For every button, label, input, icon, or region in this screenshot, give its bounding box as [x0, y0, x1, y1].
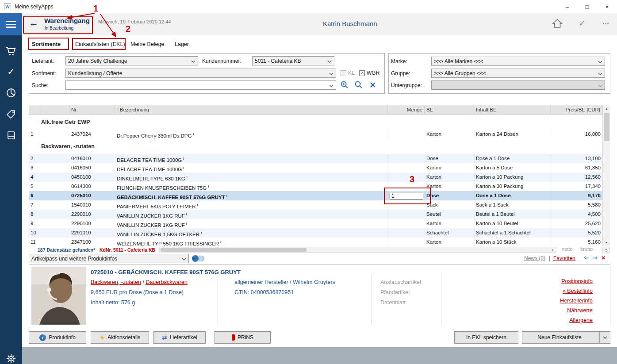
header-inhalt[interactable]: Inhalt BE: [474, 105, 551, 114]
cell-preis: 5,580: [551, 200, 602, 210]
scroll-right-arrow[interactable]: ►: [550, 247, 556, 252]
naehrwerte-link[interactable]: Nährwerte: [567, 307, 593, 314]
flag-datenblatt: Datenblatt: [380, 299, 406, 306]
header: [22, 13, 617, 35]
scroll-up-arrow[interactable]: ▲: [603, 105, 610, 112]
row-spacer: [41, 191, 69, 200]
approve-button[interactable]: ✓: [576, 18, 588, 29]
prins-button[interactable]: PRiNS: [215, 331, 271, 344]
detail-view-select[interactable]: Artikelpass und weitere Produktinfos: [29, 254, 189, 263]
search-button[interactable]: [354, 80, 364, 90]
lieferartikel-button[interactable]: ⇄ Lieferartikel: [153, 331, 206, 344]
sortiment-select[interactable]: Kundenlistung / Offerte: [65, 69, 336, 78]
produktinfo-label: Produktinfo: [49, 334, 76, 341]
more-button[interactable]: ...: [599, 16, 613, 27]
sidebar-item-offers[interactable]: [0, 106, 22, 122]
suche-input[interactable]: [65, 80, 336, 90]
table-row[interactable]: 82290010VANILLIN ZUCKER 1KG RUFiBeutelBe…: [29, 210, 602, 219]
menge-input[interactable]: [390, 192, 423, 199]
kundennummer-select[interactable]: 5011 - Cafeteria KB: [252, 56, 334, 65]
search-plus-button[interactable]: [340, 80, 349, 90]
panel-next-button[interactable]: ⇒: [592, 254, 598, 261]
produktinfo-button[interactable]: i Produktinfo: [29, 331, 86, 344]
table-row[interactable]: 112347100WEIZENMEHL TYP 550 1KG FRIESSIN…: [29, 238, 602, 246]
panel-prev-button[interactable]: ⇐: [584, 254, 589, 261]
neue-einkaufsliste-button[interactable]: Neue Einkaufsliste: [522, 331, 610, 344]
header-preis[interactable]: Preis/BE [EUR]: [551, 105, 602, 114]
bestellinfo-link[interactable]: » Bestellinfo: [563, 288, 593, 294]
marke-select[interactable]: >>> Alle Marken <<<: [431, 57, 605, 66]
back-arrow-icon: ←: [29, 17, 38, 29]
group-header-row: Backwaren, -zutaten: [29, 139, 602, 154]
positionsinfo-link[interactable]: Positionsinfo: [561, 278, 593, 284]
cart-icon: [6, 46, 16, 56]
sidebar-item-cart[interactable]: [0, 43, 22, 59]
scroll-jump-button[interactable]: ▲ ▼: [602, 247, 610, 253]
panel-close-button[interactable]: ×: [602, 254, 606, 261]
kl-checkbox[interactable]: KL: [341, 70, 355, 76]
marke-value: >>> Alle Marken <<<: [434, 58, 483, 65]
table-row[interactable]: 60725010GEBÄCKMISCH. KAFFEE 90ST 576G GR…: [29, 191, 602, 200]
herstellerinfo-link[interactable]: Herstellerinfo: [560, 298, 593, 304]
tab-einkaufslisten[interactable]: Einkaufslisten (EKL): [75, 41, 125, 47]
untergruppe-select[interactable]: [431, 80, 605, 90]
row-number: 5: [29, 182, 41, 191]
detail-divider: [441, 275, 441, 325]
clear-search-button[interactable]: [368, 80, 378, 90]
hamburger-menu-button[interactable]: [0, 13, 22, 35]
tab-meine-belege[interactable]: Meine Belege: [130, 41, 164, 47]
tab-sortimente[interactable]: Sortimente: [32, 41, 61, 47]
detail-view-value: Artikelpass und weitere Produktinfos: [31, 256, 117, 262]
table-row[interactable]: 92290100VANILLIN ZUCKER 1KG RUFiKartonKa…: [29, 219, 602, 228]
header-be[interactable]: BE: [425, 105, 474, 114]
header-nr[interactable]: Nr.: [69, 105, 115, 114]
table-row[interactable]: 40450100DINKELMEHL TYPE 630 1KGiKartonKa…: [29, 172, 602, 182]
header-bezeichnung[interactable]: ↑Bezeichnung: [115, 105, 388, 114]
gruppe-value: >>> Alle Gruppen <<<: [434, 70, 486, 77]
dropdown-arrow[interactable]: [599, 332, 610, 343]
table-row[interactable]: 30416050DELACRE TEA TIME 1000GiKartonKar…: [29, 163, 602, 172]
in-ekl-speichern-button[interactable]: In EKL speichern: [454, 331, 518, 344]
sidebar-item-settings[interactable]: [0, 351, 22, 364]
cell-be: Schachtel: [425, 228, 474, 238]
table-row[interactable]: 102291010VANILLIN ZUCKER 1,5KG OETKERiSc…: [29, 228, 602, 238]
gruppe-select[interactable]: >>> Alle Gruppen <<<: [431, 69, 605, 78]
table-row[interactable]: 20416010DELACRE TEA TIME 1000GiDoseDose …: [29, 154, 602, 163]
cell-bezeichnung: DELACRE TEA TIME 1000Gi: [115, 163, 388, 172]
scrollbar-thumb[interactable]: [161, 248, 307, 252]
maximize-button[interactable]: □: [577, 0, 597, 13]
gear-icon: [6, 353, 16, 364]
home-button[interactable]: [551, 18, 563, 29]
cell-bezeichnung: DINKELMEHL TYPE 630 1KGi: [115, 172, 388, 182]
category-link-2[interactable]: Dauerbackwaren: [146, 279, 188, 285]
panel-toggle[interactable]: [192, 256, 204, 261]
cell-inhalt: Karton a 5 Dose: [474, 163, 551, 172]
sidebar-item-confirm[interactable]: ✓: [0, 64, 22, 80]
vertical-scrollbar[interactable]: ▲ ▼: [602, 105, 610, 246]
table-row[interactable]: 50614300FILINCHEN KNUSPERSCHEIBEN 75GiKa…: [29, 182, 602, 191]
close-button[interactable]: ×: [597, 0, 617, 13]
tab-lager[interactable]: Lager: [175, 41, 189, 47]
horizontal-scrollbar[interactable]: ►: [159, 247, 556, 253]
category-link-1[interactable]: Backwaren, -zutaten: [91, 279, 141, 285]
scrollbar-thumb[interactable]: [604, 113, 609, 141]
table-row[interactable]: 71540010PANIERMEHL 5KG POLY LEIMERiSackS…: [29, 200, 602, 210]
info-marker-icon: i: [197, 203, 198, 207]
aktionsdetails-button[interactable]: ☀ Aktionsdetails: [91, 331, 149, 344]
row-spacer: [41, 200, 69, 210]
table-row[interactable]: 12437024Dr.Pepper Cherry 330ml Ds.DPGiKa…: [29, 130, 602, 139]
minimize-button[interactable]: –: [557, 0, 577, 13]
lieferant-select[interactable]: 20 Jahre Selly Challenge: [65, 56, 198, 65]
window-title: Meine sellyApps: [15, 4, 53, 10]
allergene-link[interactable]: Allergene: [569, 317, 593, 323]
hamburger-icon: [6, 21, 16, 22]
favoriten-link[interactable]: Favoriten: [553, 255, 575, 261]
sidebar-item-catalog[interactable]: [0, 127, 22, 143]
wgr-checkbox[interactable]: ✓ WGR: [359, 70, 379, 76]
sidebar-item-statistics[interactable]: [0, 85, 22, 101]
header-menge[interactable]: Menge: [388, 105, 425, 114]
back-button[interactable]: ←: [27, 17, 41, 29]
news-link[interactable]: News (0): [524, 255, 545, 261]
cell-menge: [388, 191, 425, 200]
scroll-down-arrow[interactable]: ▼: [603, 239, 610, 246]
